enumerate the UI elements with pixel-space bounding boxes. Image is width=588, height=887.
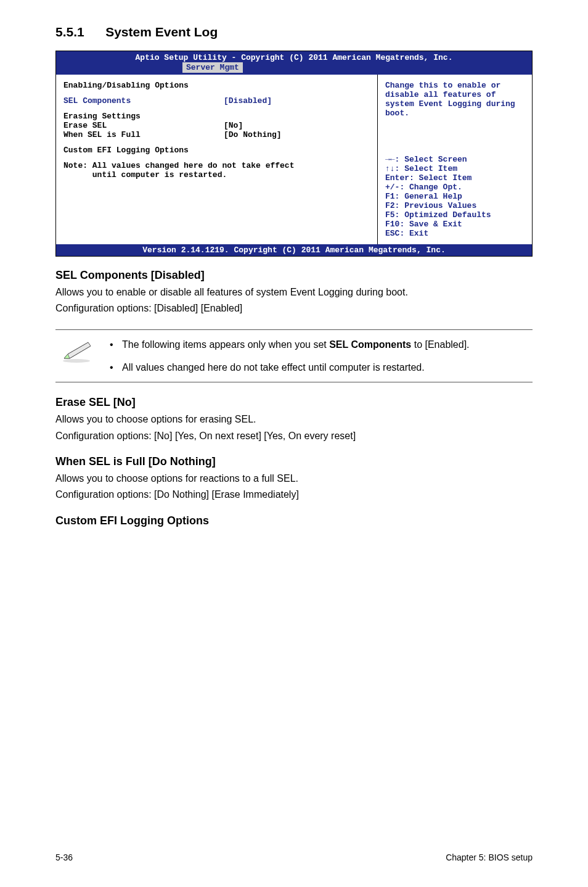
page-number: 5-36 [55,852,73,862]
bios-tab-server-mgmt: Server Mgmt [182,62,243,73]
bios-group-enabling: Enabling/Disabling Options [63,81,370,90]
page-title: 5.5.1 System Event Log [55,25,533,39]
note-item-1-c: to [Enabled]. [411,339,469,350]
note-item-1: The following items appears only when yo… [106,337,530,352]
bios-note-line1: Note: All values changed here do not tak… [63,161,370,170]
section-title-text: System Event Log [105,25,218,39]
para-erase-sel-2: Configuration options: [No] [Yes, On nex… [55,429,533,443]
para-sel-components-1: Allows you to enable or disable all feat… [55,286,533,299]
heading-sel-components: SEL Components [Disabled] [55,269,533,282]
bios-when-full-value: [Do Nothing] [224,130,370,139]
bios-header: Aptio Setup Utility - Copyright (C) 2011… [56,51,532,75]
bios-sel-components-value: [Disabled] [224,96,370,105]
page-footer: 5-36 Chapter 5: BIOS setup [55,852,533,862]
heading-custom-efi: Custom EFI Logging Options [55,514,533,527]
heading-erase-sel: Erase SEL [No] [55,396,533,409]
note-item-2: All values changed here do not take effe… [106,360,530,374]
bios-footer: Version 2.14.1219. Copyright (C) 2011 Am… [56,244,532,256]
note-divider-top [55,329,533,330]
note-list: The following items appears only when yo… [106,337,530,374]
bios-group-erasing: Erasing Settings [63,112,370,121]
bios-nav-previous-values: F2: Previous Values [385,201,525,210]
note-block: The following items appears only when yo… [55,329,533,382]
note-icon-cell [58,337,95,363]
note-divider-bottom [55,382,533,382]
bios-right-pane: Change this to enable or disable all fea… [378,75,532,244]
section-number: 5.5.1 [55,25,84,39]
bios-help-text: Change this to enable or disable all fea… [385,81,525,118]
bios-nav-general-help: F1: General Help [385,192,525,201]
para-sel-components-2: Configuration options: [Disabled] [Enabl… [55,302,533,315]
bios-erase-sel-value: [No] [224,121,370,130]
bios-left-pane: Enabling/Disabling Options SEL Component… [56,75,378,244]
bios-sel-components-label: SEL Components [63,96,224,105]
para-when-sel-full-1: Allows you to choose options for reactio… [55,472,533,485]
heading-when-sel-full: When SEL is Full [Do Nothing] [55,455,533,468]
bios-header-text: Aptio Setup Utility - Copyright (C) 2011… [56,53,532,62]
bios-nav-enter: Enter: Select Item [385,173,525,183]
bios-nav-esc-exit: ESC: Exit [385,229,525,238]
para-when-sel-full-2: Configuration options: [Do Nothing] [Era… [55,488,533,501]
bios-note-line2: until computer is restarted. [63,170,370,179]
bios-nav-select-screen: →←: Select Screen [385,155,525,164]
bios-tab-rest [243,62,532,73]
bios-nav-optimized-defaults: F5: Optimized Defaults [385,210,525,220]
bios-tab-spacer [56,62,182,73]
pencil-icon [60,340,92,363]
bios-nav-save-exit: F10: Save & Exit [385,220,525,229]
bios-screenshot: Aptio Setup Utility - Copyright (C) 2011… [55,51,533,257]
bios-nav-select-item: ↑↓: Select Item [385,164,525,173]
chapter-label: Chapter 5: BIOS setup [446,852,533,862]
bios-erase-sel-label: Erase SEL [63,121,224,130]
svg-point-0 [63,359,90,363]
bios-nav-change-opt: +/-: Change Opt. [385,183,525,192]
bios-when-full-label: When SEL is Full [63,130,224,139]
note-item-1-bold: SEL Components [329,339,411,350]
para-erase-sel-1: Allows you to choose options for erasing… [55,413,533,426]
note-item-1-a: The following items appears only when yo… [122,339,329,350]
bios-custom-efi: Custom EFI Logging Options [63,146,370,155]
